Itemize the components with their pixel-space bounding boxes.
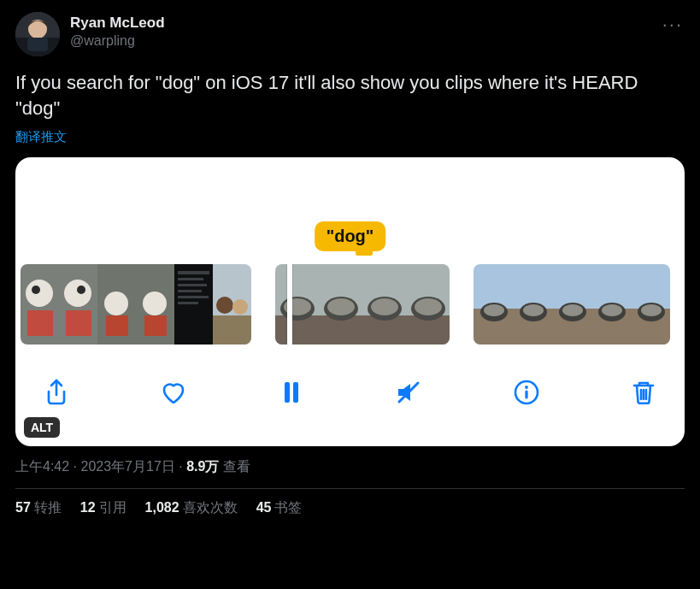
thumbnail — [591, 264, 631, 345]
thumbnail — [406, 264, 450, 345]
thumbnail — [631, 264, 670, 345]
svg-point-36 — [327, 298, 355, 315]
svg-rect-17 — [144, 315, 167, 336]
stat-likes[interactable]: 1,082喜欢次数 — [145, 499, 238, 517]
svg-point-64 — [641, 304, 662, 316]
svg-rect-3 — [27, 38, 48, 51]
playhead[interactable] — [287, 264, 292, 345]
avatar[interactable] — [15, 12, 60, 56]
clip-2[interactable] — [275, 264, 450, 345]
svg-point-27 — [216, 297, 233, 314]
search-bubble: "dog" — [315, 221, 386, 251]
thumbnail — [513, 264, 552, 345]
bubble-tick — [356, 250, 373, 256]
display-name[interactable]: Ryan McLeod — [70, 14, 165, 32]
thumbnail — [97, 264, 136, 345]
thumbnail — [21, 264, 59, 345]
svg-point-44 — [415, 298, 442, 315]
svg-rect-6 — [27, 310, 53, 336]
thumbnail — [136, 264, 174, 345]
svg-point-52 — [523, 304, 544, 316]
meta-time[interactable]: 上午4:42 — [15, 459, 69, 474]
svg-point-56 — [562, 304, 583, 316]
svg-point-40 — [371, 298, 398, 315]
mute-button[interactable] — [393, 377, 424, 408]
tweet-stats: 57转推 12引用 1,082喜欢次数 45书签 — [15, 499, 685, 517]
svg-rect-21 — [178, 284, 207, 286]
media-card[interactable]: "dog" — [15, 157, 685, 446]
meta-views-count[interactable]: 8.9万 — [186, 459, 219, 474]
pause-icon — [277, 378, 306, 407]
svg-rect-24 — [178, 302, 198, 304]
clip-3[interactable] — [474, 264, 670, 345]
svg-rect-65 — [285, 382, 290, 403]
svg-point-28 — [232, 299, 248, 315]
svg-point-13 — [104, 292, 128, 315]
thumbnail — [213, 264, 251, 345]
svg-rect-20 — [178, 278, 203, 280]
stat-quotes[interactable]: 12引用 — [80, 499, 126, 517]
clip-strip — [15, 264, 685, 345]
share-icon — [42, 378, 71, 407]
pause-button[interactable] — [276, 377, 307, 408]
tweet-header: Ryan McLeod @warpling ··· — [15, 12, 685, 56]
divider — [15, 488, 685, 489]
svg-point-11 — [77, 286, 85, 294]
svg-rect-22 — [178, 290, 202, 292]
info-button[interactable] — [511, 377, 542, 408]
thumbnail — [319, 264, 362, 345]
alt-badge[interactable]: ALT — [24, 417, 60, 438]
svg-rect-66 — [293, 382, 298, 403]
svg-rect-19 — [178, 271, 209, 274]
tweet-text: If you search for "dog" on iOS 17 it'll … — [15, 70, 685, 121]
thumbnail — [552, 264, 591, 345]
trash-icon — [629, 378, 658, 407]
translate-link[interactable]: 翻译推文 — [15, 129, 685, 145]
svg-rect-70 — [525, 391, 527, 399]
svg-point-69 — [525, 386, 528, 389]
stat-retweets[interactable]: 57转推 — [15, 499, 62, 517]
thumbnail — [275, 264, 319, 345]
clip-1[interactable] — [21, 264, 251, 345]
handle[interactable]: @warpling — [70, 32, 165, 50]
meta-views-label: 查看 — [219, 459, 250, 474]
svg-rect-14 — [106, 315, 128, 336]
thumbnail — [362, 264, 406, 345]
svg-rect-26 — [213, 315, 251, 345]
like-button[interactable] — [158, 377, 189, 408]
svg-point-5 — [26, 280, 53, 307]
svg-point-7 — [32, 286, 40, 294]
meta-date[interactable]: 2023年7月17日 — [80, 459, 174, 474]
share-button[interactable] — [41, 377, 72, 408]
stat-bookmarks[interactable]: 45书签 — [256, 499, 303, 517]
info-icon — [512, 378, 541, 407]
media-top: "dog" — [15, 157, 685, 264]
tweet: Ryan McLeod @warpling ··· If you search … — [0, 0, 700, 526]
trash-button[interactable] — [628, 377, 659, 408]
svg-rect-23 — [178, 296, 209, 298]
svg-point-48 — [484, 304, 504, 316]
thumbnail — [59, 264, 97, 345]
svg-point-16 — [143, 292, 167, 315]
tweet-meta: 上午4:42 · 2023年7月17日 · 8.9万 查看 — [15, 458, 685, 476]
more-button[interactable]: ··· — [661, 12, 685, 38]
svg-point-9 — [64, 280, 91, 307]
heart-icon — [159, 378, 188, 407]
media-toolbar — [15, 345, 685, 421]
author-names: Ryan McLeod @warpling — [70, 14, 165, 50]
thumbnail — [174, 264, 213, 345]
svg-point-60 — [602, 304, 622, 316]
svg-rect-10 — [66, 310, 91, 336]
speaker-muted-icon — [394, 378, 423, 407]
thumbnail — [474, 264, 513, 345]
